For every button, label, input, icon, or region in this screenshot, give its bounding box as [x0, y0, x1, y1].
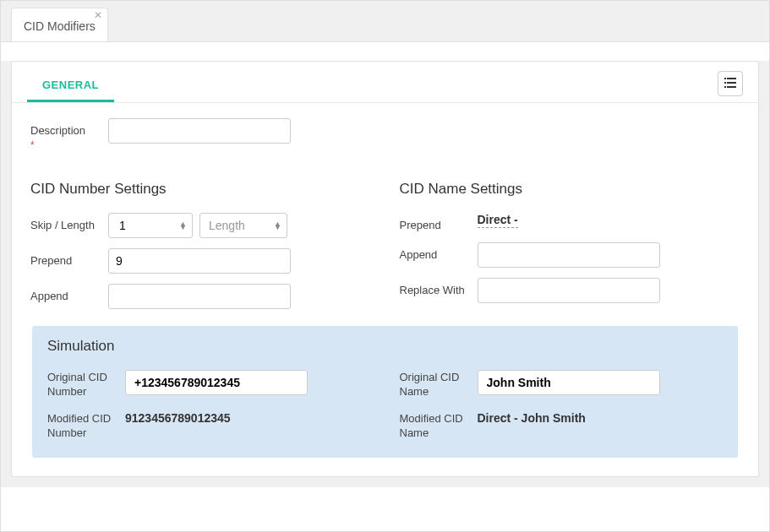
mod-name-label: Modified CID Name	[400, 408, 478, 441]
svg-rect-4	[724, 86, 726, 88]
svg-rect-5	[727, 86, 736, 88]
name-replace-input[interactable]	[478, 278, 660, 303]
skip-stepper[interactable]: ▲▼	[108, 213, 193, 238]
name-replace-label: Replace With	[400, 278, 478, 298]
simulation-title: Simulation	[47, 338, 723, 355]
orig-name-input[interactable]	[478, 370, 660, 395]
mod-num-label: Modified CID Number	[47, 408, 125, 441]
num-prepend-label: Prepend	[30, 248, 108, 269]
tab-cid-modifiers[interactable]: CID Modifiers ✕	[11, 8, 108, 41]
num-append-label: Append	[30, 284, 108, 304]
orig-num-label: Original CID Number	[47, 366, 125, 399]
name-append-input[interactable]	[478, 242, 660, 268]
section-title-name: CID Name Settings	[400, 181, 740, 198]
num-append-input[interactable]	[108, 284, 291, 309]
cid-number-settings: CID Number Settings Skip / Length ▲▼ Len…	[30, 177, 371, 319]
subtabs: GENERAL	[27, 70, 114, 102]
tab-title: CID Modifiers	[24, 19, 96, 33]
panel-header: GENERAL	[12, 62, 758, 103]
num-prepend-input[interactable]	[108, 248, 291, 274]
mod-name-value: Direct - John Smith	[478, 408, 724, 425]
length-spin-buttons[interactable]: ▲▼	[274, 222, 281, 229]
svg-rect-3	[727, 82, 736, 84]
name-append-label: Append	[400, 242, 478, 263]
length-placeholder: Length	[209, 219, 245, 232]
skip-input[interactable]	[117, 218, 168, 233]
svg-rect-1	[727, 78, 736, 79]
list-view-button[interactable]	[718, 71, 743, 96]
name-prepend-input[interactable]: Direct -	[478, 213, 518, 228]
name-prepend-label: Prepend	[400, 213, 478, 233]
list-icon	[724, 76, 737, 92]
description-label: Description *	[30, 118, 108, 152]
svg-rect-2	[724, 82, 726, 84]
svg-rect-0	[724, 78, 726, 79]
mod-num-value: 9123456789012345	[125, 408, 371, 425]
skip-spin-buttons[interactable]: ▲▼	[179, 222, 187, 229]
orig-name-label: Original CID Name	[400, 366, 478, 399]
main-panel: GENERAL Description	[11, 61, 759, 477]
window-tabstrip: CID Modifiers ✕	[1, 1, 769, 42]
description-row: Description *	[30, 118, 740, 152]
orig-num-input[interactable]	[125, 370, 308, 395]
description-input[interactable]	[108, 118, 291, 144]
skip-length-label: Skip / Length	[30, 213, 108, 233]
cid-name-settings: CID Name Settings Prepend Direct - Appen…	[400, 177, 740, 319]
tab-general[interactable]: GENERAL	[27, 70, 114, 102]
required-indicator: *	[30, 138, 108, 152]
section-title-number: CID Number Settings	[30, 181, 371, 198]
simulation-section: Simulation Original CID Number Modified …	[32, 326, 738, 458]
length-stepper[interactable]: Length ▲▼	[199, 213, 287, 238]
close-icon[interactable]: ✕	[94, 10, 102, 20]
name-prepend-value: Direct -	[478, 213, 518, 228]
